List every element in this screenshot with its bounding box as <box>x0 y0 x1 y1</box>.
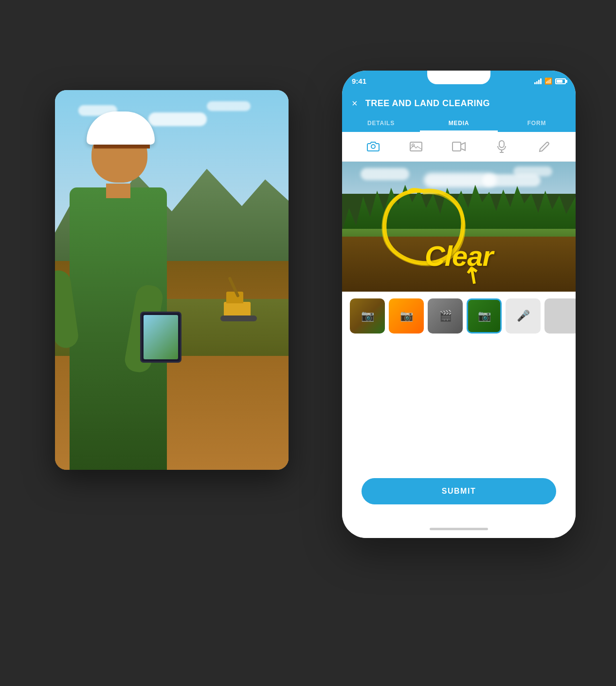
thumb-5-mic-icon: 🎤 <box>517 310 530 322</box>
thumbnail-3[interactable]: 🎬 <box>428 298 463 334</box>
thumb-1-camera-icon: 📷 <box>361 310 374 322</box>
close-button[interactable]: × <box>352 98 358 109</box>
thumbnail-4-selected[interactable]: 📷 <box>467 298 502 334</box>
worker-overlay <box>55 90 289 470</box>
phone-spacer <box>342 340 576 470</box>
worker-tablet <box>140 312 181 363</box>
thumb-3-video-icon: 🎬 <box>439 310 452 322</box>
svg-rect-4 <box>499 141 504 148</box>
thumbnail-2[interactable]: 📷 <box>389 298 424 334</box>
pen-tool-icon[interactable] <box>536 138 553 155</box>
submit-area: SUBMIT <box>342 470 576 524</box>
thumbnail-strip: 📷 📷 🎬 📷 🎤 <box>342 292 576 340</box>
thumb-2-camera-icon: 📷 <box>400 310 413 322</box>
home-bar <box>430 528 488 530</box>
app-header: × TREE AND LAND CLEARING <box>342 92 576 115</box>
thumbnail-6-empty[interactable] <box>544 298 576 334</box>
status-bar: 9:41 📶 <box>342 71 576 92</box>
scene: 9:41 📶 × TREE AND LAND CLEARING <box>40 51 576 635</box>
worker-tablet-screen <box>144 315 178 359</box>
tab-bar: DETAILS MEDIA FORM <box>342 115 576 132</box>
submit-button[interactable]: SUBMIT <box>362 478 556 504</box>
svg-point-0 <box>371 145 375 148</box>
status-icons: 📶 <box>534 77 566 85</box>
worker-neck <box>106 184 130 198</box>
svg-rect-3 <box>453 142 461 151</box>
main-photo-area: ↖ Clear <box>342 162 576 292</box>
video-tool-icon[interactable] <box>450 138 468 155</box>
battery-icon <box>555 78 566 84</box>
app-title: TREE AND LAND CLEARING <box>365 98 566 109</box>
cloud-photo-1 <box>361 168 409 180</box>
status-time: 9:41 <box>352 77 366 85</box>
image-tool-icon[interactable] <box>407 138 425 155</box>
thumbnail-5[interactable]: 🎤 <box>506 298 541 334</box>
background-image <box>55 90 289 470</box>
svg-rect-1 <box>410 142 422 151</box>
cloud-photo-4 <box>482 174 541 186</box>
home-indicator <box>342 524 576 538</box>
tab-details[interactable]: DETAILS <box>342 115 420 132</box>
microphone-tool-icon[interactable] <box>493 138 510 155</box>
thumb-4-camera-icon: 📷 <box>478 310 491 322</box>
annotation-clear-text: Clear <box>425 240 493 272</box>
tab-media[interactable]: MEDIA <box>420 115 498 132</box>
background-photo-card <box>55 90 289 470</box>
worker-helmet <box>87 111 155 145</box>
camera-tool-icon[interactable] <box>364 138 382 155</box>
tab-form[interactable]: FORM <box>498 115 576 132</box>
media-toolbar <box>342 132 576 162</box>
wifi-icon: 📶 <box>544 77 552 85</box>
phone-mockup: 9:41 📶 × TREE AND LAND CLEARING <box>342 71 576 538</box>
thumbnail-1[interactable]: 📷 <box>350 298 385 334</box>
signal-icon <box>534 78 542 84</box>
battery-fill <box>557 80 562 83</box>
